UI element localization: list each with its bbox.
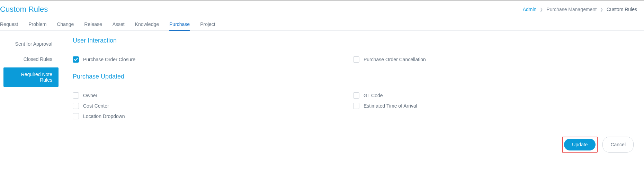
checkbox-label: Location Dropdown (83, 113, 125, 119)
checkbox[interactable] (73, 56, 79, 63)
tab-asset[interactable]: Asset (113, 19, 125, 30)
checkbox[interactable] (353, 103, 359, 109)
tabs: RequestProblemChangeReleaseAssetKnowledg… (0, 17, 644, 31)
chevron-right-icon: ❯ (540, 7, 543, 12)
checkbox-item[interactable]: Owner (73, 90, 353, 101)
cancel-button[interactable]: Cancel (602, 137, 634, 153)
checkbox-label: Purchase Order Closure (83, 57, 135, 62)
chevron-right-icon: ❯ (600, 7, 603, 12)
checkbox-label: Cost Center (83, 103, 109, 109)
section-title: Purchase Updated (73, 73, 634, 80)
checkbox-group: OwnerGL CodeCost CenterEstimated Time of… (73, 90, 634, 121)
sidebar-item-sent-for-approval[interactable]: Sent for Approval (3, 37, 59, 51)
checkbox-label: Estimated Time of Arrival (364, 103, 417, 109)
page-title: Custom Rules (0, 5, 48, 14)
checkbox-item[interactable]: Estimated Time of Arrival (353, 101, 634, 111)
sidebar: Sent for ApprovalClosed RulesRequired No… (0, 31, 62, 174)
breadcrumb-item[interactable]: Admin (523, 7, 537, 12)
tab-request[interactable]: Request (0, 19, 18, 30)
tab-problem[interactable]: Problem (28, 19, 46, 30)
checkbox[interactable] (73, 92, 79, 99)
checkbox-item[interactable]: Cost Center (73, 101, 353, 111)
checkbox-item[interactable]: Location Dropdown (73, 111, 353, 121)
checkbox[interactable] (73, 103, 79, 109)
divider (73, 48, 634, 48)
breadcrumb-item: Purchase Management (546, 7, 597, 12)
tab-project[interactable]: Project (200, 19, 215, 30)
checkbox-label: GL Code (364, 93, 383, 98)
divider (73, 84, 634, 84)
breadcrumb: Admin❯Purchase Management❯Custom Rules (523, 7, 637, 12)
tab-release[interactable]: Release (84, 19, 102, 30)
main-content: User InteractionPurchase Order ClosurePu… (62, 31, 644, 174)
actions-bar: UpdateCancel (73, 130, 634, 153)
checkbox-group: Purchase Order ClosurePurchase Order Can… (73, 54, 634, 65)
checkbox[interactable] (353, 56, 359, 63)
breadcrumb-item: Custom Rules (607, 7, 637, 12)
checkbox-label: Purchase Order Cancellation (364, 57, 426, 62)
checkbox-item[interactable]: Purchase Order Cancellation (353, 54, 634, 65)
checkbox-item[interactable]: Purchase Order Closure (73, 54, 353, 65)
section-title: User Interaction (73, 37, 634, 44)
checkbox[interactable] (353, 92, 359, 99)
sidebar-item-required-note-rules[interactable]: Required Note Rules (3, 67, 59, 87)
tab-purchase[interactable]: Purchase (169, 19, 190, 30)
update-button[interactable]: Update (564, 139, 596, 150)
sidebar-item-closed-rules[interactable]: Closed Rules (3, 52, 59, 66)
tab-knowledge[interactable]: Knowledge (135, 19, 159, 30)
checkbox-item[interactable]: GL Code (353, 90, 634, 101)
checkbox-label: Owner (83, 93, 97, 98)
tab-change[interactable]: Change (57, 19, 74, 30)
checkbox[interactable] (73, 113, 79, 119)
highlight-annotation: Update (562, 137, 598, 153)
